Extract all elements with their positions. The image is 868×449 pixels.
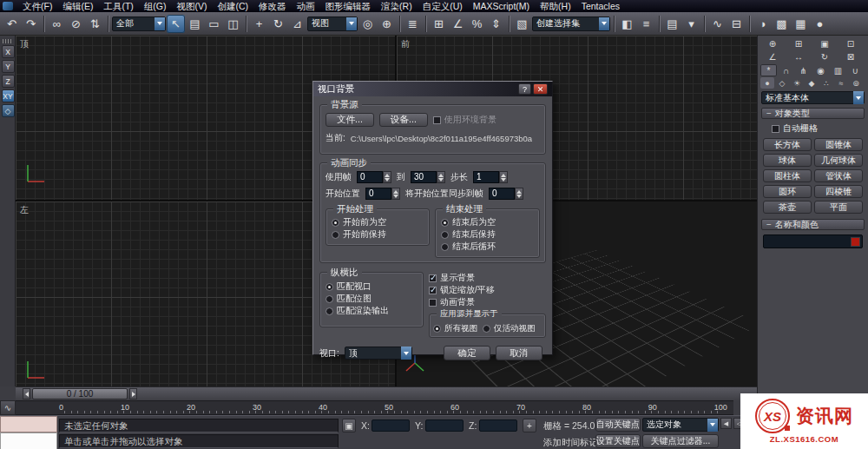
dropdown-arrow-icon[interactable] (155, 17, 165, 30)
dropdown-arrow-icon[interactable] (707, 419, 718, 432)
redo-icon[interactable]: ↷ (22, 15, 40, 33)
percent-snap-icon[interactable]: % (468, 15, 486, 33)
zoom-extents-icon[interactable]: ▣ (812, 37, 838, 50)
axis-constraint-button[interactable]: Z (2, 75, 15, 88)
time-slider[interactable]: 0 / 100 (16, 386, 757, 400)
select-object-icon[interactable]: ↖ (167, 15, 185, 33)
menu-item[interactable]: 编辑(E) (57, 0, 98, 12)
auto-key-button[interactable]: 自动关键点 (595, 418, 641, 432)
next-frame-arrow-icon[interactable] (129, 388, 137, 399)
object-type-button[interactable]: 平面 (814, 201, 863, 214)
track-bar[interactable]: 0102030405060708090100 (16, 400, 733, 415)
reference-coordinate-dropdown[interactable]: 视图 (307, 17, 358, 31)
dialog-titlebar[interactable]: 视口背景 ? ✕ (313, 82, 552, 96)
orbit-icon[interactable]: ↻ (812, 50, 838, 63)
files-button[interactable]: 文件... (326, 113, 374, 127)
checkbox-option[interactable]: 锁定缩放/平移 (429, 284, 546, 296)
material-editor-icon[interactable]: ◑ (753, 15, 772, 33)
viewport-selector-dropdown[interactable]: 顶 (345, 347, 412, 360)
menu-item[interactable]: 渲染(R) (376, 0, 418, 12)
previous-frame-arrow-icon[interactable] (23, 388, 30, 399)
sync-start-spinner[interactable]: 0 (489, 188, 523, 200)
axis-constraint-button[interactable]: X (2, 45, 15, 58)
schematic-view-icon[interactable]: ⊟ (727, 15, 746, 33)
use-frame-spinner[interactable]: 0 (357, 171, 391, 183)
menu-item[interactable]: MAXScript(M) (468, 0, 535, 12)
menu-item[interactable]: Tentacles (576, 0, 625, 12)
object-type-button[interactable]: 长方体 (763, 138, 812, 151)
menu-item[interactable]: 文件(F) (17, 0, 57, 12)
dropdown-arrow-icon[interactable] (599, 17, 609, 30)
menu-item[interactable]: 视图(V) (172, 0, 213, 12)
snap-toggle-3d-icon[interactable]: ⊞ (430, 15, 448, 33)
select-and-manipulate-icon[interactable]: ⊕ (378, 15, 396, 33)
select-and-link-icon[interactable]: ∞ (48, 15, 66, 33)
angle-snap-icon[interactable]: ∠ (449, 15, 467, 33)
spinner-arrows-icon[interactable] (383, 171, 391, 183)
pan-view-icon[interactable]: ↔ (786, 50, 812, 63)
max-logo-icon[interactable] (3, 2, 13, 10)
layer-manager-icon[interactable]: ▤ (663, 15, 681, 33)
viewport-label[interactable]: 左 (20, 204, 29, 216)
helpers-icon[interactable]: ∴ (819, 77, 833, 89)
tab-create[interactable]: * (760, 64, 777, 76)
radio-option[interactable]: 匹配视口 (326, 281, 418, 293)
object-type-button[interactable]: 几何球体 (814, 154, 863, 167)
tab-modify[interactable]: ∩ (778, 64, 794, 76)
bind-to-spacewarp-icon[interactable]: ⇅ (86, 15, 104, 33)
set-key-button[interactable]: 设置关键点 (595, 434, 641, 448)
select-by-name-icon[interactable]: ▤ (186, 15, 204, 33)
object-type-rollout[interactable]: 对象类型 (761, 108, 865, 119)
z-coordinate-field[interactable] (479, 419, 517, 432)
use-pivot-point-center-icon[interactable]: ◎ (358, 15, 377, 33)
tab-hierarchy[interactable]: ⋔ (795, 64, 812, 76)
menu-item[interactable]: 图形编辑器 (320, 0, 377, 12)
spinner-snap-icon[interactable]: ⇕ (487, 15, 505, 33)
unlink-selection-icon[interactable]: ⊘ (67, 15, 85, 33)
radio-option[interactable]: 开始前保持 (332, 228, 424, 241)
axis-constraint-button[interactable]: Y (2, 60, 15, 73)
spinner-arrows-icon[interactable] (437, 171, 445, 183)
start-at-spinner[interactable]: 0 (365, 188, 400, 200)
radio-option[interactable]: 仅活动视图 (483, 322, 536, 334)
add-time-tag-label[interactable]: 添加时间标记 (543, 437, 598, 449)
maximize-viewport-toggle-icon[interactable]: ⊠ (838, 50, 864, 63)
systems-icon[interactable]: ⊚ (849, 77, 863, 89)
name-color-rollout[interactable]: 名称和颜色 (761, 219, 865, 230)
tab-display[interactable]: ▥ (830, 64, 846, 76)
geometry-icon[interactable]: ● (760, 77, 774, 89)
time-slider-handle[interactable]: 0 / 100 (32, 388, 128, 399)
object-type-button[interactable]: 茶壶 (763, 201, 812, 214)
ribbon-toggle-icon[interactable]: ▾ (682, 15, 700, 33)
object-type-button[interactable]: 圆锥体 (814, 138, 863, 151)
axis-constraint-extra-icon[interactable]: ◇ (2, 104, 15, 117)
keyboard-shortcut-override-icon[interactable]: ≣ (404, 15, 422, 33)
selection-lock-toggle-icon[interactable]: ▣ (342, 419, 356, 432)
go-to-start-icon[interactable]: ◀ (720, 418, 732, 429)
selection-set-dropdown[interactable]: 选定对象 (642, 418, 719, 432)
edit-named-selection-sets-icon[interactable]: ▧ (513, 15, 531, 33)
object-type-button[interactable]: 四棱锥 (814, 185, 863, 198)
viewport-label[interactable]: 前 (401, 38, 410, 50)
ok-button[interactable]: 确定 (444, 346, 490, 360)
zoom-icon[interactable]: ⊕ (760, 37, 786, 50)
axis-constraint-button[interactable]: XY (2, 89, 15, 102)
object-type-button[interactable]: 球体 (763, 154, 812, 167)
undo-icon[interactable]: ↶ (3, 15, 21, 33)
dialog-close-button[interactable]: ✕ (533, 83, 548, 95)
object-name-field[interactable] (763, 234, 863, 248)
object-type-button[interactable]: 圆环 (763, 185, 812, 198)
menu-item[interactable]: 组(G) (139, 0, 172, 12)
x-coordinate-field[interactable] (372, 419, 410, 432)
render-production-icon[interactable]: ● (811, 15, 829, 33)
primitive-category-dropdown[interactable]: 标准基本体 (761, 91, 865, 104)
menu-item[interactable]: 修改器 (253, 0, 292, 12)
align-icon[interactable]: ≡ (637, 15, 655, 33)
object-type-button[interactable]: 圆柱体 (763, 169, 812, 182)
menu-item[interactable]: 工具(T) (98, 0, 138, 12)
cancel-button[interactable]: 取消 (496, 346, 542, 360)
tab-motion[interactable]: ◉ (812, 64, 829, 76)
checkbox-option[interactable]: 动画背景 (429, 296, 546, 308)
radio-option[interactable]: 结束后为空 (441, 216, 534, 228)
radio-option[interactable]: 结束后保持 (441, 228, 534, 241)
